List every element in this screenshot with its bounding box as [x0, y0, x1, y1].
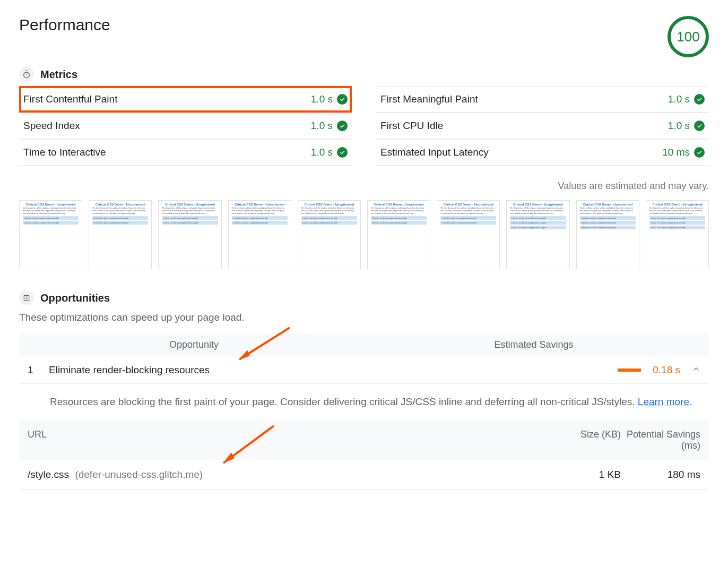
metric-name: First CPU Idle: [380, 120, 443, 132]
url-size: 1 KB: [557, 469, 621, 481]
metrics-grid: First Contentful Paint1.0 sFirst Meaning…: [19, 86, 709, 166]
url-host: (defer-unused-css.glitch.me): [75, 469, 203, 480]
opp-col-savings: Estimated Savings: [229, 339, 700, 350]
filmstrip-frame: Critical CSS Demo - UnoptimizedOn this d…: [506, 200, 569, 269]
url-row: /style.css (defer-unused-css.glitch.me) …: [19, 460, 709, 490]
metrics-label: Metrics: [40, 68, 77, 81]
url-table-header: URL Size (KB) Potential Savings (ms): [19, 421, 709, 460]
metric-value: 1.0 s: [311, 120, 333, 132]
filmstrip-frame: Critical CSS Demo - UnoptimizedOn this d…: [228, 200, 291, 269]
check-icon: [694, 147, 705, 158]
check-icon: [337, 94, 348, 105]
opportunities-section-header: Opportunities: [19, 290, 709, 305]
metrics-section-header: Metrics: [19, 67, 709, 82]
metric-name: Time to Interactive: [23, 147, 106, 158]
opportunity-bar: [618, 368, 641, 372]
url-col-size: Size (KB): [557, 429, 621, 452]
check-icon: [337, 121, 348, 131]
metric-name: First Meaningful Paint: [380, 93, 478, 105]
check-icon: [694, 121, 705, 131]
url-savings: 180 ms: [621, 469, 700, 481]
stopwatch-icon: [19, 67, 34, 82]
opportunities-label: Opportunities: [40, 292, 110, 304]
opportunity-description: Resources are blocking the first paint o…: [19, 384, 709, 421]
opp-col-name: Opportunity: [28, 339, 229, 350]
filmstrip-frame: Critical CSS Demo - UnoptimizedOn this d…: [19, 200, 82, 269]
filmstrip-frame: Critical CSS Demo - UnoptimizedOn this d…: [576, 200, 639, 269]
filmstrip-frame: Critical CSS Demo - UnoptimizedOn this d…: [646, 200, 709, 269]
metric-name: Speed Index: [23, 120, 80, 132]
chevron-up-icon[interactable]: [692, 364, 700, 376]
metric-row[interactable]: Estimated Input Latency10 ms: [376, 139, 709, 166]
filmstrip-frame: Critical CSS Demo - UnoptimizedOn this d…: [89, 200, 152, 269]
page-title: Performance: [19, 16, 110, 34]
opportunity-name: Eliminate render-blocking resources: [49, 364, 314, 376]
metric-value: 1.0 s: [668, 93, 690, 105]
metric-row[interactable]: Speed Index1.0 s: [19, 113, 352, 139]
url-col-url: URL: [28, 429, 557, 452]
opportunities-table-header: Opportunity Estimated Savings: [19, 333, 709, 357]
metric-name: First Contentful Paint: [23, 93, 117, 105]
check-icon: [337, 147, 348, 158]
metric-row[interactable]: First Contentful Paint1.0 s: [19, 86, 352, 113]
performance-score: 100: [668, 16, 709, 57]
filmstrip-frame: Critical CSS Demo - UnoptimizedOn this d…: [367, 200, 430, 269]
url-path: /style.css: [28, 469, 69, 480]
filmstrip-frame: Critical CSS Demo - UnoptimizedOn this d…: [298, 200, 361, 269]
filmstrip: Critical CSS Demo - UnoptimizedOn this d…: [19, 200, 709, 269]
metric-row[interactable]: First CPU Idle1.0 s: [376, 113, 709, 139]
opportunity-time: 0.18 s: [648, 364, 680, 376]
filmstrip-frame: Critical CSS Demo - UnoptimizedOn this d…: [437, 200, 500, 269]
metrics-footnote: Values are estimated and may vary.: [19, 181, 709, 192]
filmstrip-frame: Critical CSS Demo - UnoptimizedOn this d…: [158, 200, 221, 269]
opportunity-number: 1: [28, 364, 49, 376]
opportunities-subtitle: These optimizations can speed up your pa…: [19, 312, 709, 323]
metric-row[interactable]: First Meaningful Paint1.0 s: [376, 86, 709, 113]
metric-value: 10 ms: [662, 147, 690, 158]
metric-row[interactable]: Time to Interactive1.0 s: [19, 139, 352, 166]
metric-name: Estimated Input Latency: [380, 147, 489, 158]
metric-value: 1.0 s: [311, 147, 333, 158]
metric-value: 1.0 s: [668, 120, 690, 132]
check-icon: [694, 94, 705, 105]
opportunities-icon: [19, 290, 34, 305]
learn-more-link[interactable]: Learn more: [638, 396, 689, 407]
opportunity-row[interactable]: 1 Eliminate render-blocking resources 0.…: [19, 357, 709, 384]
metric-value: 1.0 s: [311, 93, 333, 105]
svg-point-0: [24, 72, 30, 78]
url-col-savings: Potential Savings (ms): [621, 429, 700, 452]
